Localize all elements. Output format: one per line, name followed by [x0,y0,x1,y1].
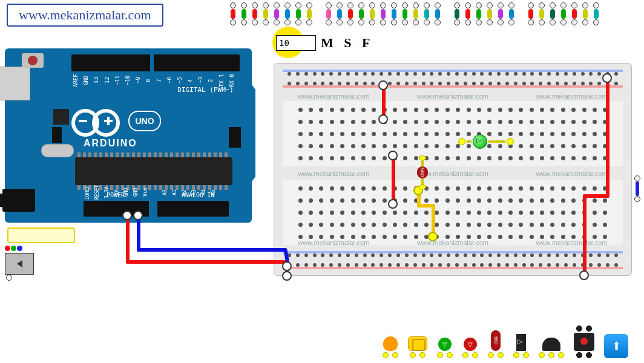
wire-connector[interactable] [412,2,420,25]
button-icon [574,333,594,351]
digital-header[interactable] [71,54,240,71]
wire-connector[interactable] [453,2,461,25]
wire-connector[interactable] [324,2,333,25]
icsp-header-2 [229,127,241,148]
message-strip [7,227,75,243]
play-icon [17,260,22,267]
reset-button[interactable] [22,53,44,68]
resistor-value: 560 [417,166,428,179]
wire-connector[interactable] [294,2,303,25]
wire-connector[interactable] [305,2,314,25]
hole-grid [296,105,610,163]
led-icon: ▽ [464,338,477,351]
power-rail-top[interactable] [283,68,623,89]
resistor-component[interactable]: 560 [488,330,504,358]
pushbutton-component[interactable] [574,325,594,358]
wire-connector[interactable] [368,2,376,25]
led-red-component[interactable]: ▽ [462,338,478,358]
wire-connector[interactable] [507,2,516,25]
wire-connector[interactable] [229,2,237,25]
watermark: www.mekanizmalar.comwww.mekanizmalar.com… [274,170,631,177]
watermark: www.mekanizmalar.comwww.mekanizmalar.com… [274,239,631,246]
potentiometer-icon: ⬆ [604,334,628,358]
wire-connector[interactable] [496,2,505,25]
power-rail-bottom[interactable] [283,250,623,270]
terminal-strip-upper[interactable] [283,101,623,166]
diode-component[interactable] [513,334,529,358]
arduino-logo-row: UNO [71,109,161,133]
capacitor-icon [383,336,398,351]
wire-connector[interactable] [570,2,579,25]
led-icon: ▽ [438,338,452,351]
wire-connector[interactable] [251,2,259,25]
transistor-icon [542,338,560,351]
potentiometer-component[interactable]: ⬆ [604,334,628,358]
resistor-560[interactable]: 560 [417,155,428,189]
usb-chip [53,109,69,125]
wire-connector[interactable] [346,2,355,25]
wire-connector[interactable] [548,2,557,25]
diode-icon [516,334,526,351]
wire-connector[interactable] [537,2,546,25]
power-analog-header[interactable] [84,201,229,217]
speed-control: M S F [276,35,373,51]
crystal-icon [408,336,427,351]
hole-grid [296,183,610,241]
rail-row [288,253,618,257]
wire-connector[interactable] [272,2,281,25]
led-green-component[interactable]: ▽ [437,338,453,358]
speed-input[interactable] [276,35,316,51]
rail-row [288,72,618,76]
sensor-body [5,253,34,275]
capacitor-component[interactable] [383,336,398,358]
site-url[interactable]: www.mekanizmalar.com [7,4,163,27]
wire-connector[interactable] [592,2,600,25]
model-badge: UNO [128,111,161,131]
wire-connector-side[interactable] [634,175,640,202]
sensor-widget[interactable] [5,247,39,276]
speed-label: M S F [321,35,373,51]
wire-connector-palette [229,2,600,25]
wire-connector[interactable] [559,2,568,25]
wire-connector[interactable] [485,2,494,25]
digital-section-label: DIGITAL (PWM~) [177,86,234,94]
component-palette: ▽ ▽ 560 ⬆ [383,325,628,358]
wire-connector[interactable] [261,2,270,25]
usb-port [0,67,30,100]
wire-connector[interactable] [379,2,387,25]
infinity-icon [71,109,120,133]
wire-connector[interactable] [527,2,535,25]
arduino-board[interactable]: AREFGND1312~11~10~987~6~54~32TX 1RX 0 DI… [5,48,252,223]
watermark: www.mekanizmalar.comwww.mekanizmalar.com… [274,93,631,100]
icsp-header-1 [52,127,62,143]
breadboard[interactable]: www.mekanizmalar.comwww.mekanizmalar.com… [274,63,632,276]
power-analog-pin-labels: IOREFRESET3.3V5VGNDGNDVinA0A1A2A3A4A5 [85,185,218,200]
wire-connector[interactable] [464,2,472,25]
resistor-icon: 560 [491,330,501,351]
sensor-rgb-pins [5,246,22,251]
terminal-strip-lower[interactable] [283,180,623,245]
wire-connector[interactable] [390,2,398,25]
sensor-knob [6,275,12,281]
atmega-chip [75,157,232,185]
crystal-component[interactable] [408,336,427,358]
wire-connector[interactable] [240,2,248,25]
wire-connector[interactable] [283,2,292,25]
wire-connector[interactable] [335,2,344,25]
crystal-oscillator [41,144,74,157]
transistor-component[interactable] [539,338,564,358]
wire-connector[interactable] [581,2,590,25]
led-green[interactable] [458,134,514,149]
led-icon [473,134,487,149]
wire-connector[interactable] [401,2,409,25]
power-jack [2,189,35,212]
arduino-name: ARDUINO [84,138,137,149]
wire-connector[interactable] [433,2,442,25]
wire-connector[interactable] [475,2,483,25]
wire-connector[interactable] [357,2,366,25]
wire-connector[interactable] [422,2,431,25]
